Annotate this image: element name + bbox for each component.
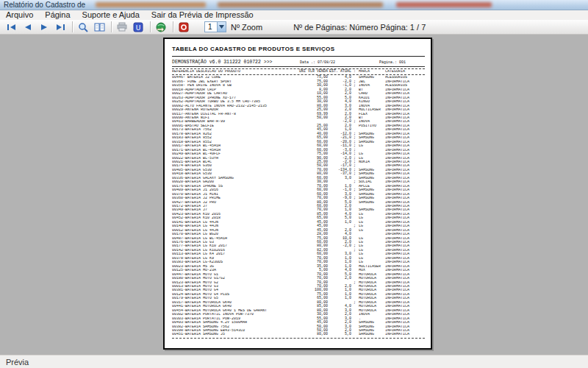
last-page-icon xyxy=(55,24,65,31)
next-page-icon xyxy=(40,24,49,31)
previous-page-button[interactable] xyxy=(21,21,35,33)
menu-arquivo[interactable]: Arquivo xyxy=(0,10,39,20)
toolbar-separator xyxy=(150,21,151,32)
redacted-text xyxy=(218,2,383,7)
print-setup-icon: U xyxy=(133,22,143,32)
header-category: CATEGORIA xyxy=(385,70,425,74)
report-page: TABELA DO CADASTRO DE PRODUTOS E SERVIÇO… xyxy=(163,38,432,350)
toolbar: U 1 Nº Zoom Nº de Páginas: Número Página… xyxy=(0,20,588,35)
header-stock: EST. ATUAL xyxy=(328,70,351,74)
close-preview-icon xyxy=(179,22,189,32)
magnifier-icon xyxy=(78,22,88,32)
preview-area[interactable]: TABELA DO CADASTRO DE PRODUTOS E SERVIÇO… xyxy=(0,35,588,355)
zoom-select-arrow[interactable] xyxy=(217,22,226,32)
zoom-button[interactable] xyxy=(76,21,90,33)
menu-sair-da-previa[interactable]: Sair da Prévia de Impressão xyxy=(146,10,259,20)
previous-page-icon xyxy=(24,24,32,31)
book-icon xyxy=(94,23,105,32)
report-meta-row: DEMONSTRAÇÃO v6.0 311222 010722 >>> Data… xyxy=(172,60,425,67)
chevron-down-icon xyxy=(219,25,224,29)
zoom-select[interactable]: 1 xyxy=(204,21,226,32)
next-page-button[interactable] xyxy=(37,21,51,33)
report-page-number: Página.: 001 xyxy=(379,60,425,65)
zoom-label: Nº Zoom xyxy=(231,23,262,32)
redacted-text xyxy=(96,2,206,7)
two-page-view-button[interactable] xyxy=(92,21,107,33)
report-title: TABELA DO CADASTRO DE PRODUTOS E SERVIÇO… xyxy=(172,46,425,52)
first-page-button[interactable] xyxy=(4,21,19,33)
globe-export-icon xyxy=(156,22,166,32)
first-page-icon xyxy=(7,24,17,31)
header-brand: MARCA xyxy=(358,70,385,74)
report-date: Data .: 07/08/22 xyxy=(300,60,379,65)
menubar: Arquivo Página Suporte e Ajuda Sair da P… xyxy=(0,10,588,20)
menu-suporte-e-ajuda[interactable]: Suporte e Ajuda xyxy=(76,10,146,20)
header-sep: : xyxy=(351,70,358,74)
print-button[interactable] xyxy=(115,21,129,33)
title-rule xyxy=(172,56,425,57)
toolbar-separator xyxy=(72,21,73,32)
header-price: UNI VLR VENDA xyxy=(298,70,328,74)
statusbar: Prévia xyxy=(0,355,588,368)
window-title: Relatório do Cadastro de xyxy=(4,1,85,9)
header-desc: REFERENCIA DESCRICAO DO PRODUTO xyxy=(172,70,298,74)
zoom-select-value: 1 xyxy=(205,23,217,31)
window-titlebar: Relatório do Cadastro de xyxy=(0,0,588,10)
report-rows: 00446- BATERIA J2 CORE75,004,0SAMSUNGACE… xyxy=(172,76,425,336)
pages-info: Nº de Páginas: Número Página: 1 / 7 xyxy=(293,23,426,32)
printer-icon xyxy=(117,22,127,32)
menu-pagina[interactable]: Página xyxy=(39,10,76,20)
redacted-text xyxy=(396,2,492,7)
toolbar-separator xyxy=(111,21,112,32)
toolbar-separator xyxy=(173,21,173,32)
last-page-button[interactable] xyxy=(53,21,68,33)
table-header-row: REFERENCIA DESCRICAO DO PRODUTO UNI VLR … xyxy=(172,68,425,75)
demo-version-text: DEMONSTRAÇÃO v6.0 311222 010722 >>> xyxy=(172,60,300,65)
close-preview-button[interactable] xyxy=(176,21,191,33)
statusbar-label: Prévia xyxy=(0,358,29,367)
export-button[interactable] xyxy=(154,21,168,33)
print-setup-button[interactable]: U xyxy=(131,21,146,33)
svg-text:U: U xyxy=(136,24,141,31)
table-row: 00451-BATERIA SAMSUNG J580,005,0SAMSUNGI… xyxy=(172,333,425,336)
table-end-rule xyxy=(172,338,425,339)
